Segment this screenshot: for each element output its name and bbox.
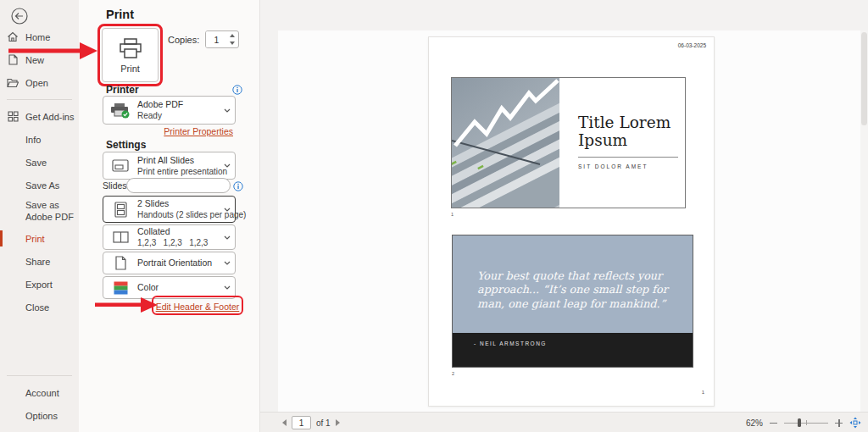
current-page-input[interactable] [292, 416, 311, 429]
print-layout-text: 2 Slides Handouts (2 slides per page) [131, 197, 222, 221]
print-button[interactable]: Print [102, 28, 159, 82]
sidebar-divider [7, 99, 72, 100]
sidebar-item-label: Save [25, 158, 47, 168]
powerpoint-print-backstage: Home New Open Get Add-ins [0, 0, 868, 432]
back-button[interactable] [10, 7, 29, 25]
sidebar-item-label: Export [25, 280, 53, 290]
slide2-quote: Your best quote that reflects your appro… [477, 269, 677, 311]
printer-name: Adobe PDF [137, 98, 222, 110]
color-swatch-icon [109, 281, 131, 295]
slides-label: Slides: [103, 180, 126, 191]
print-range-dropdown[interactable]: Print All Slides Print entire presentati… [103, 152, 236, 180]
back-arrow-icon [10, 7, 29, 25]
collation-text: Collated 1,2,3 1,2,3 1,2,3 [131, 225, 222, 249]
sidebar-item-get-addins[interactable]: Get Add-ins [0, 105, 79, 128]
orientation-title: Portrait Orientation [137, 257, 222, 269]
settings-section-header: Settings [106, 139, 146, 151]
slide1-rule [578, 157, 678, 158]
fit-to-window-icon[interactable] [849, 417, 861, 429]
printer-info-icon[interactable] [232, 83, 242, 93]
print-layout-title: 2 Slides [137, 197, 222, 209]
page-navigation: of 1 [282, 413, 340, 432]
sidebar-item-share[interactable]: Share [0, 250, 79, 273]
printer-dropdown[interactable]: Adobe PDF Ready [103, 96, 236, 125]
zoom-slider[interactable] [784, 418, 828, 428]
print-preview-area: 06-03-2025 [260, 0, 868, 432]
home-icon [0, 31, 25, 42]
slide1-content: Title Lorem Ipsum SIT DOLOR AMET [559, 78, 685, 208]
spin-down-icon[interactable] [230, 42, 235, 45]
slide2-number: 2 [452, 371, 454, 376]
portrait-page-icon [109, 256, 131, 270]
sidebar-item-export[interactable]: Export [0, 273, 79, 296]
sidebar-item-print[interactable]: Print [0, 227, 79, 250]
sidebar-bottom-group: Account Options [0, 370, 79, 427]
chevron-down-icon [222, 235, 231, 240]
edit-header-footer-wrap: Edit Header & Footer [153, 298, 242, 313]
stairs-photo [452, 78, 559, 208]
sidebar-item-label: New [25, 55, 44, 65]
edit-header-footer-link[interactable]: Edit Header & Footer [156, 302, 240, 312]
two-slides-handout-icon [109, 202, 131, 218]
zoom-slider-thumb[interactable] [798, 418, 801, 427]
zoom-in-icon[interactable] [835, 419, 843, 427]
orientation-dropdown[interactable]: Portrait Orientation [103, 252, 236, 274]
sidebar-item-label: Open [25, 78, 48, 88]
sidebar-item-label: Share [25, 257, 50, 267]
page-count-label: of 1 [316, 418, 331, 428]
printer-properties-link[interactable]: Printer Properties [164, 126, 233, 136]
copies-row: Copies: [168, 30, 239, 48]
sidebar-item-open[interactable]: Open [0, 71, 79, 94]
slides-info-icon[interactable] [233, 180, 243, 190]
sidebar-item-account[interactable]: Account [0, 381, 79, 404]
zoom-percentage: 62% [746, 418, 763, 428]
printer-section-header: Printer [106, 84, 139, 96]
print-layout-dropdown[interactable]: 2 Slides Handouts (2 slides per page) [103, 196, 236, 223]
sidebar-item-save-as-adobe-pdf[interactable]: Save as Adobe PDF [0, 197, 79, 227]
printer-icon [118, 37, 143, 60]
header-date: 06-03-2025 [678, 42, 706, 48]
previous-page-icon[interactable] [282, 419, 287, 426]
print-range-text: Print All Slides Print entire presentati… [131, 154, 222, 178]
addins-grid-icon [0, 111, 25, 122]
slide1-title: Title Lorem Ipsum [578, 114, 686, 149]
chevron-down-icon [222, 163, 231, 168]
sidebar-item-label: Save as Adobe PDF [25, 200, 75, 224]
slide2-attribution: - NEIL ARMSTRONG [474, 341, 547, 346]
sidebar-item-home[interactable]: Home [0, 25, 79, 48]
slides-range-row: Slides: [103, 178, 231, 193]
slide1-number: 1 [451, 212, 453, 217]
color-mode-dropdown[interactable]: Color [103, 276, 236, 299]
new-document-icon [0, 54, 25, 65]
slide2-footer-bar: - NEIL ARMSTRONG [453, 333, 693, 367]
sidebar-item-label: Info [25, 135, 41, 145]
copies-input[interactable] [206, 31, 226, 47]
page-title: Print [106, 8, 134, 21]
sidebar-item-save[interactable]: Save [0, 151, 79, 174]
sidebar-item-save-as[interactable]: Save As [0, 174, 79, 197]
copies-stepper[interactable] [205, 30, 239, 48]
sidebar-item-new[interactable]: New [0, 48, 79, 71]
chevron-down-icon [222, 108, 231, 113]
copies-spin-buttons[interactable] [226, 31, 237, 47]
collation-dropdown[interactable]: Collated 1,2,3 1,2,3 1,2,3 [103, 224, 236, 250]
print-button-label: Print [120, 64, 140, 74]
scrollbar-thumb[interactable] [861, 32, 867, 125]
preview-scrollbar[interactable] [860, 30, 868, 412]
next-page-icon[interactable] [336, 419, 340, 426]
spin-up-icon[interactable] [230, 34, 235, 37]
sidebar-item-info[interactable]: Info [0, 128, 79, 151]
slides-range-input[interactable] [126, 178, 231, 193]
collation-title: Collated [137, 225, 222, 237]
print-settings-panel: Print Print Copies: Printer [79, 0, 260, 432]
print-range-subtitle: Print entire presentation [137, 166, 222, 178]
collation-subtitle: 1,2,3 1,2,3 1,2,3 [137, 237, 222, 249]
zoom-controls: 62% [746, 413, 861, 432]
sidebar-item-label: Home [25, 32, 50, 42]
zoom-out-icon[interactable] [770, 419, 777, 427]
printer-device-icon [109, 102, 131, 119]
chevron-down-icon [222, 208, 231, 212]
sidebar-item-options[interactable]: Options [0, 404, 79, 427]
print-range-title: Print All Slides [137, 154, 222, 166]
sidebar-item-close[interactable]: Close [0, 296, 79, 318]
